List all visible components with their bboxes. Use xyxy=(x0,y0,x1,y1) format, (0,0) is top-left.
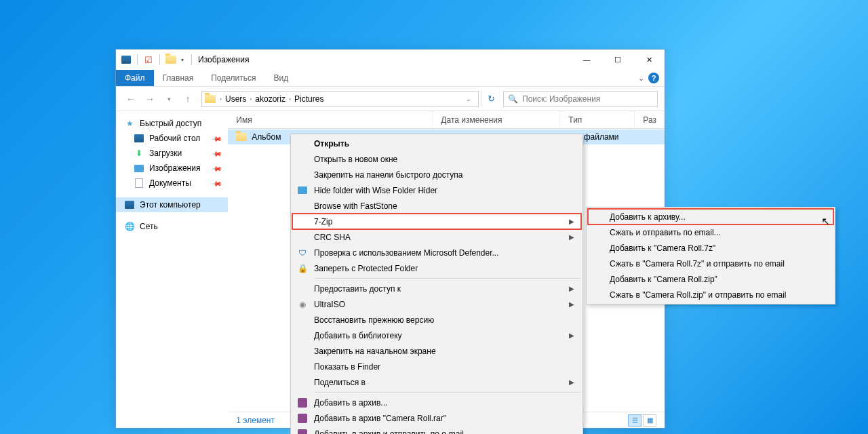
chevron-right-icon: ▶ xyxy=(569,285,574,292)
col-date[interactable]: Дата изменения xyxy=(433,111,560,128)
downloads-icon: ⬇ xyxy=(134,148,144,159)
view-icons-button[interactable]: ▦ xyxy=(643,414,656,427)
col-type[interactable]: Тип xyxy=(560,111,635,128)
close-button[interactable]: ✕ xyxy=(633,50,665,70)
ctx-item-18[interactable]: Добавить в архив... xyxy=(292,395,581,410)
view-details-button[interactable]: ☰ xyxy=(628,414,642,427)
ctx-item-1[interactable]: Открыть в новом окне xyxy=(292,151,581,167)
help-icon[interactable]: ? xyxy=(648,73,659,83)
ctx-item-20[interactable]: Добавить в архив и отправить по e-mail..… xyxy=(292,426,581,434)
ctx-item-3[interactable]: Hide folder with Wise Folder Hider xyxy=(292,182,581,198)
ctx-item-6[interactable]: CRC SHA▶ xyxy=(292,229,581,245)
titlebar: ☑ ▾ Изображения — ☐ ✕ xyxy=(116,50,665,70)
ribbon-expand-icon[interactable]: ⌄ xyxy=(638,74,644,83)
ctx-item-19[interactable]: Добавить в архив "Camera Roll.rar" xyxy=(292,410,581,426)
ctx-item-10[interactable]: Предоставить доступ к▶ xyxy=(292,281,581,296)
recent-dropdown[interactable]: ▾ xyxy=(161,91,177,107)
documents-icon xyxy=(134,178,144,189)
ctx-sub-item-0[interactable]: Добавить к архиву... xyxy=(588,209,833,224)
tab-file[interactable]: Файл xyxy=(116,70,154,86)
rar-icon xyxy=(297,413,308,424)
lock-icon: 🔒 xyxy=(297,263,308,274)
ribbon: Файл Главная Поделиться Вид ⌄ ? xyxy=(116,70,665,87)
forward-button[interactable]: → xyxy=(142,91,158,107)
col-name[interactable]: Имя xyxy=(228,111,433,128)
chevron-right-icon: ▶ xyxy=(569,300,574,308)
sidebar-network[interactable]: 🌐 Сеть xyxy=(116,219,228,234)
ctx-item-11[interactable]: ◉UltraISO▶ xyxy=(292,296,581,312)
pin-icon: 📌 xyxy=(212,163,222,174)
addr-dropdown-icon[interactable]: ⌄ xyxy=(462,96,475,102)
folder-blue-icon xyxy=(297,185,308,196)
window-title: Изображения xyxy=(198,55,249,64)
up-button[interactable]: ↑ xyxy=(180,91,196,107)
ctx-sub-item-1[interactable]: Сжать и отправить по email... xyxy=(588,224,833,240)
ctx-sub-item-4[interactable]: Добавить к "Camera Roll.zip" xyxy=(588,271,833,287)
ctx-item-14[interactable]: Закрепить на начальном экране xyxy=(292,343,581,359)
context-submenu-7zip: Добавить к архиву...Сжать и отправить по… xyxy=(586,207,835,304)
qat-properties-icon[interactable]: ☑ xyxy=(142,54,155,66)
crumb-1[interactable]: akozoriz xyxy=(253,94,288,104)
folder-icon xyxy=(236,133,247,141)
chevron-right-icon: ▶ xyxy=(569,332,574,339)
file-type: с файлами xyxy=(577,132,618,142)
address-bar[interactable]: › Users › akozoriz › Pictures ⌄ xyxy=(201,91,479,107)
tab-share[interactable]: Поделиться xyxy=(202,70,264,86)
app-icon xyxy=(120,54,132,66)
ctx-sub-item-3[interactable]: Сжать в "Camera Roll.7z" и отправить по … xyxy=(588,256,833,271)
sidebar-this-pc[interactable]: Этот компьютер xyxy=(116,197,228,212)
context-menu: ОткрытьОткрыть в новом окнеЗакрепить на … xyxy=(290,134,583,434)
chevron-right-icon: ▶ xyxy=(569,218,574,225)
rar-icon xyxy=(297,397,308,408)
status-count: 1 элемент xyxy=(236,416,275,425)
quick-access-toolbar: ☑ ▾ xyxy=(120,54,193,66)
pc-icon xyxy=(124,199,135,210)
pictures-icon xyxy=(134,163,144,174)
back-button[interactable]: ← xyxy=(123,91,139,107)
crumb-2[interactable]: Pictures xyxy=(292,94,326,104)
ctx-item-0[interactable]: Открыть xyxy=(292,136,581,151)
qat-folder-icon[interactable] xyxy=(165,54,177,66)
navbar: ← → ▾ ↑ › Users › akozoriz › Pictures ⌄ … xyxy=(116,87,665,111)
sidebar: ★ Быстрый доступ Рабочий стол 📌 ⬇ Загруз… xyxy=(116,111,228,428)
disc-icon: ◉ xyxy=(297,299,308,310)
ctx-item-8[interactable]: 🔒Запереть с Protected Folder xyxy=(292,260,581,276)
chevron-right-icon: ▶ xyxy=(569,233,574,241)
search-placeholder: Поиск: Изображения xyxy=(522,94,600,104)
crumb-0[interactable]: Users xyxy=(223,94,248,104)
desktop-icon xyxy=(134,133,144,144)
pin-icon: 📌 xyxy=(212,148,222,159)
shield-icon: 🛡 xyxy=(297,248,308,258)
maximize-button[interactable]: ☐ xyxy=(602,50,633,70)
sidebar-pictures[interactable]: Изображения 📌 xyxy=(116,161,228,176)
ctx-sub-item-5[interactable]: Сжать в "Camera Roll.zip" и отправить по… xyxy=(588,287,833,302)
chevron-right-icon: ▶ xyxy=(569,378,574,386)
search-input[interactable]: 🔍 Поиск: Изображения xyxy=(503,91,658,107)
minimize-button[interactable]: — xyxy=(571,50,602,70)
ctx-item-2[interactable]: Закрепить на панели быстрого доступа xyxy=(292,167,581,182)
pin-icon: 📌 xyxy=(212,178,222,189)
column-headers: Имя Дата изменения Тип Раз xyxy=(228,111,665,129)
pin-icon: 📌 xyxy=(212,133,222,144)
sidebar-documents[interactable]: Документы 📌 xyxy=(116,176,228,191)
ctx-sub-item-2[interactable]: Добавить к "Camera Roll.7z" xyxy=(588,240,833,256)
tab-view[interactable]: Вид xyxy=(264,70,297,86)
network-icon: 🌐 xyxy=(124,221,135,232)
ctx-item-15[interactable]: Показать в Finder xyxy=(292,359,581,374)
sidebar-downloads[interactable]: ⬇ Загрузки 📌 xyxy=(116,146,228,161)
ctx-item-16[interactable]: Поделиться в▶ xyxy=(292,374,581,390)
tab-home[interactable]: Главная xyxy=(154,70,203,86)
sidebar-desktop[interactable]: Рабочий стол 📌 xyxy=(116,131,228,146)
col-size[interactable]: Раз xyxy=(635,111,665,128)
rar-icon xyxy=(297,429,308,435)
sidebar-quick-access[interactable]: ★ Быстрый доступ xyxy=(116,116,228,131)
ctx-item-12[interactable]: Восстановить прежнюю версию xyxy=(292,312,581,328)
ctx-item-7[interactable]: 🛡Проверка с использованием Microsoft Def… xyxy=(292,245,581,260)
refresh-button[interactable]: ↻ xyxy=(481,91,500,107)
star-icon: ★ xyxy=(124,118,135,129)
ctx-item-13[interactable]: Добавить в библиотеку▶ xyxy=(292,328,581,343)
ctx-item-4[interactable]: Browse with FastStone xyxy=(292,198,581,214)
qat-chevron-icon[interactable]: ▾ xyxy=(181,57,184,63)
ctx-item-5[interactable]: 7-Zip▶ xyxy=(292,214,581,229)
addr-folder-icon xyxy=(205,95,216,103)
